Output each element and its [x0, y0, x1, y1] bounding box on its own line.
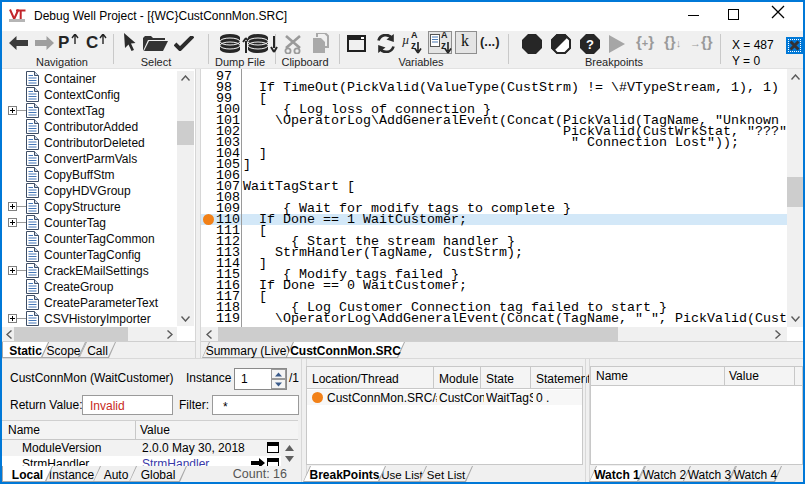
svg-text:?: ?: [586, 37, 594, 52]
